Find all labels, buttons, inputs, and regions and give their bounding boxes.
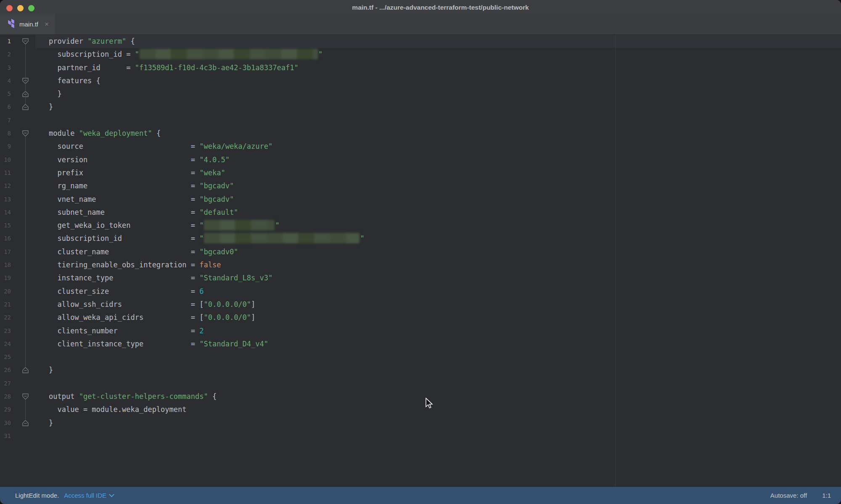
ide-window: main.tf - .../azure-advanced-terraform-t…	[0, 0, 841, 504]
code-line[interactable]: 7	[0, 114, 841, 127]
code-line[interactable]: 17 cluster_name = "bgcadv0"	[0, 245, 841, 259]
caret-position[interactable]: 1:1	[822, 492, 831, 499]
code-text: subnet_name = "default"	[49, 206, 238, 219]
line-number: 29	[0, 403, 11, 416]
line-number: 19	[0, 272, 11, 285]
fold-down-icon[interactable]	[22, 38, 29, 45]
code-line[interactable]: 8module "weka_deployment" {	[0, 127, 841, 140]
line-number: 2	[0, 48, 11, 61]
code-line[interactable]: 24 client_instance_type = "Standard_D4_v…	[0, 338, 841, 351]
code-text: features {	[49, 74, 100, 87]
tab-main-tf[interactable]: main.tf ×	[0, 14, 55, 34]
fold-up-icon[interactable]	[22, 420, 29, 427]
line-number: 12	[0, 179, 11, 193]
redacted-secret	[140, 49, 318, 59]
code-line[interactable]: 11 prefix = "weka"	[0, 166, 841, 179]
code-line[interactable]: 13 vnet_name = "bgcadv"	[0, 193, 841, 206]
code-text: rg_name = "bgcadv"	[49, 179, 234, 193]
fold-up-icon[interactable]	[22, 103, 29, 111]
code-line[interactable]: 2 subscription_id = ""	[0, 48, 841, 61]
window-title: main.tf - .../azure-advanced-terraform-t…	[0, 0, 841, 14]
code-text: clients_number = 2	[49, 325, 204, 338]
code-line[interactable]: 25	[0, 351, 841, 364]
code-text: tiering_enable_obs_integration = false	[49, 259, 221, 272]
code-text: subscription_id = ""	[49, 232, 365, 245]
code-line[interactable]: 10 version = "4.0.5"	[0, 153, 841, 166]
line-number: 7	[0, 114, 11, 127]
code-text: }	[49, 87, 62, 100]
code-line[interactable]: 16 subscription_id = ""	[0, 232, 841, 245]
access-full-ide-label: Access full IDE	[64, 492, 106, 499]
code-text: version = "4.0.5"	[49, 153, 230, 166]
line-number: 21	[0, 298, 11, 311]
terraform-icon	[7, 18, 15, 30]
line-number: 18	[0, 259, 11, 272]
code-line[interactable]: 26}	[0, 364, 841, 377]
code-text: module "weka_deployment" {	[49, 127, 161, 140]
line-number: 11	[0, 166, 11, 179]
line-number: 16	[0, 232, 11, 245]
code-text: provider "azurerm" {	[49, 35, 135, 48]
tab-label: main.tf	[19, 21, 38, 28]
fold-down-icon[interactable]	[22, 393, 29, 400]
fold-connector-line	[25, 45, 26, 104]
code-line[interactable]: 1provider "azurerm" {	[0, 35, 841, 48]
line-number: 23	[0, 325, 11, 338]
line-number: 27	[0, 377, 11, 390]
code-editor[interactable]: 1provider "azurerm" {2 subscription_id =…	[0, 35, 841, 486]
code-line[interactable]: 22 allow_weka_api_cidrs = ["0.0.0.0/0"]	[0, 311, 841, 324]
code-line[interactable]: 3 partner_id = "f13589d1-f10d-4c3b-ae42-…	[0, 61, 841, 74]
code-text: client_instance_type = "Standard_D4_v4"	[49, 338, 268, 351]
code-lines: 1provider "azurerm" {2 subscription_id =…	[0, 35, 841, 443]
code-text: cluster_name = "bgcadv0"	[49, 245, 238, 259]
code-text: source = "weka/weka/azure"	[49, 140, 272, 153]
code-text: }	[49, 417, 53, 430]
line-number: 4	[0, 74, 11, 87]
code-line[interactable]: 19 instance_type = "Standard_L8s_v3"	[0, 272, 841, 285]
code-line[interactable]: 21 allow_ssh_cidrs = ["0.0.0.0/0"]	[0, 298, 841, 311]
access-full-ide-link[interactable]: Access full IDE	[64, 492, 114, 499]
line-number: 1	[0, 35, 11, 48]
status-bar: LightEdit mode. Access full IDE Autosave…	[0, 486, 841, 504]
code-line[interactable]: 29 value = module.weka_deployment	[0, 403, 841, 416]
code-text: vnet_name = "bgcadv"	[49, 193, 234, 206]
code-line[interactable]: 4 features {	[0, 74, 841, 87]
line-number: 24	[0, 338, 11, 351]
chevron-down-icon	[109, 492, 114, 497]
code-text: output "get-cluster-helpers-commands" {	[49, 390, 217, 403]
line-number: 26	[0, 364, 11, 377]
tab-close-icon[interactable]: ×	[45, 21, 49, 28]
code-text: allow_ssh_cidrs = ["0.0.0.0/0"]	[49, 298, 255, 311]
code-line[interactable]: 20 cluster_size = 6	[0, 285, 841, 298]
code-text: allow_weka_api_cidrs = ["0.0.0.0/0"]	[49, 311, 255, 324]
code-line[interactable]: 28output "get-cluster-helpers-commands" …	[0, 390, 841, 403]
line-number: 3	[0, 61, 11, 74]
code-line[interactable]: 6}	[0, 100, 841, 113]
code-line[interactable]: 15 get_weka_io_token = ""	[0, 219, 841, 232]
lightedit-mode-label: LightEdit mode.	[15, 492, 59, 499]
code-line[interactable]: 5 }	[0, 87, 841, 100]
fold-up-icon[interactable]	[22, 367, 29, 374]
autosave-status[interactable]: Autosave: off	[770, 492, 807, 499]
code-text: instance_type = "Standard_L8s_v3"	[49, 272, 272, 285]
redacted-secret	[204, 220, 275, 230]
fold-connector-line	[25, 137, 26, 367]
code-line[interactable]: 18 tiering_enable_obs_integration = fals…	[0, 259, 841, 272]
fold-down-icon[interactable]	[22, 130, 29, 137]
line-number: 17	[0, 245, 11, 259]
line-number: 20	[0, 285, 11, 298]
code-line[interactable]: 23 clients_number = 2	[0, 325, 841, 338]
status-bar-widgets: Autosave: off 1:1	[770, 492, 831, 499]
title-bar: main.tf - .../azure-advanced-terraform-t…	[0, 0, 841, 14]
code-line[interactable]: 9 source = "weka/weka/azure"	[0, 140, 841, 153]
code-line[interactable]: 12 rg_name = "bgcadv"	[0, 179, 841, 193]
code-text: get_weka_io_token = ""	[49, 219, 280, 232]
code-line[interactable]: 27	[0, 377, 841, 390]
code-line[interactable]: 31	[0, 430, 841, 443]
code-line[interactable]: 30}	[0, 417, 841, 430]
code-line[interactable]: 14 subnet_name = "default"	[0, 206, 841, 219]
code-text: }	[49, 100, 53, 113]
code-text: subscription_id = ""	[49, 48, 323, 61]
line-number: 8	[0, 127, 11, 140]
line-number: 25	[0, 351, 11, 364]
